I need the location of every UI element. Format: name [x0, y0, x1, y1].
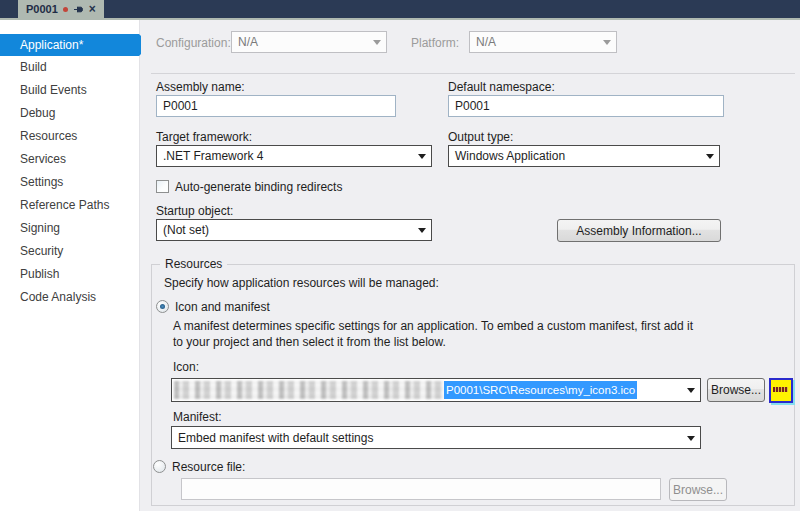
target-framework-value: .NET Framework 4 [163, 149, 263, 163]
modified-dot-icon [63, 7, 68, 12]
default-namespace-value: P0001 [455, 99, 490, 113]
sidebar-item-label: Publish [20, 267, 59, 281]
assembly-information-button-label: Assembly Information... [576, 224, 701, 238]
resource-file-radio[interactable] [153, 460, 166, 473]
pin-icon[interactable] [73, 4, 84, 15]
sidebar-item-label: Resources [20, 129, 77, 143]
sidebar-item-settings[interactable]: Settings [0, 171, 139, 194]
configuration-label: Configuration: [156, 36, 231, 50]
sidebar-item-security[interactable]: Security [0, 240, 139, 263]
resources-group-title: Resources [160, 257, 227, 271]
sidebar-item-build[interactable]: Build [0, 56, 139, 79]
startup-object-value: (Not set) [163, 223, 209, 237]
application-icon-preview [769, 378, 793, 403]
configuration-value: N/A [238, 35, 258, 49]
sidebar-item-label: Settings [20, 175, 63, 189]
sidebar-item-label: Services [20, 152, 66, 166]
resource-file-browse-label: Browse... [673, 483, 723, 497]
sidebar-item-label: Debug [20, 106, 55, 120]
sidebar-item-label: Security [20, 244, 63, 258]
assembly-name-value: P0001 [163, 99, 198, 113]
icon-path-selected-text: P0001\SRC\Resources\my_icon3.ico [444, 381, 637, 399]
application-settings-panel: Configuration: N/A Platform: N/A Assembl… [141, 20, 800, 511]
assembly-name-label: Assembly name: [156, 80, 245, 94]
resource-file-browse-button: Browse... [669, 478, 727, 501]
tab-title: P0001 [26, 3, 58, 15]
sidebar-item-application[interactable]: Application* [0, 34, 139, 56]
chevron-down-icon [418, 154, 426, 159]
target-framework-select[interactable]: .NET Framework 4 [156, 145, 432, 167]
manifest-select[interactable]: Embed manifest with default settings [171, 426, 701, 449]
sidebar-item-label: Reference Paths [20, 198, 109, 212]
document-tab-strip: P0001 × [0, 0, 800, 18]
manifest-value: Embed manifest with default settings [178, 431, 373, 445]
autogen-binding-redirects-label: Auto-generate binding redirects [175, 180, 342, 194]
platform-label: Platform: [411, 36, 459, 50]
icon-and-manifest-radio[interactable] [156, 300, 169, 313]
icon-browse-button-label: Browse... [711, 383, 761, 397]
icon-browse-button[interactable]: Browse... [707, 378, 765, 402]
manifest-description: A manifest determines specific settings … [173, 318, 695, 350]
close-icon[interactable]: × [89, 4, 96, 14]
icon-path-combobox[interactable]: P0001\SRC\Resources\my_icon3.ico [171, 378, 701, 402]
chevron-down-icon [687, 388, 695, 393]
redacted-path-segment [174, 381, 444, 399]
sidebar-item-services[interactable]: Services [0, 148, 139, 171]
chevron-down-icon [373, 40, 381, 45]
icon-preview-detail [773, 387, 788, 392]
manifest-label: Manifest: [173, 410, 222, 424]
startup-object-select[interactable]: (Not set) [156, 219, 432, 241]
chevron-down-icon [706, 154, 714, 159]
icon-and-manifest-label: Icon and manifest [175, 300, 270, 314]
sidebar-item-publish[interactable]: Publish [0, 263, 139, 286]
section-divider [151, 73, 795, 74]
sidebar-item-label: Build Events [20, 83, 87, 97]
target-framework-label: Target framework: [156, 130, 252, 144]
startup-object-label: Startup object: [156, 204, 233, 218]
platform-select: N/A [469, 31, 617, 53]
default-namespace-input[interactable]: P0001 [448, 95, 724, 117]
sidebar-item-resources[interactable]: Resources [0, 125, 139, 148]
sidebar-item-label: Build [20, 60, 47, 74]
sidebar-item-debug[interactable]: Debug [0, 102, 139, 125]
output-type-label: Output type: [448, 130, 513, 144]
platform-value: N/A [476, 35, 496, 49]
sidebar-item-code-analysis[interactable]: Code Analysis [0, 286, 139, 309]
default-namespace-label: Default namespace: [448, 80, 555, 94]
sidebar-item-reference-paths[interactable]: Reference Paths [0, 194, 139, 217]
sidebar-item-signing[interactable]: Signing [0, 217, 139, 240]
autogen-binding-redirects-checkbox[interactable] [156, 180, 169, 193]
sidebar-item-label: Code Analysis [20, 290, 96, 304]
chevron-down-icon [687, 436, 695, 441]
chevron-down-icon [603, 40, 611, 45]
chevron-down-icon [418, 228, 426, 233]
sidebar-item-label: Signing [20, 221, 60, 235]
resources-intro-label: Specify how application resources will b… [164, 276, 439, 290]
project-designer-sidebar: Application* Build Build Events Debug Re… [0, 20, 140, 511]
sidebar-item-build-events[interactable]: Build Events [0, 79, 139, 102]
sidebar-item-label: Application* [20, 38, 83, 52]
configuration-select: N/A [231, 31, 387, 53]
assembly-information-button[interactable]: Assembly Information... [557, 219, 721, 242]
icon-label: Icon: [173, 360, 199, 374]
resource-file-label: Resource file: [172, 460, 245, 474]
resource-file-input [181, 478, 661, 500]
output-type-value: Windows Application [455, 149, 565, 163]
document-tab-p0001[interactable]: P0001 × [18, 0, 104, 18]
output-type-select[interactable]: Windows Application [448, 145, 720, 167]
assembly-name-input[interactable]: P0001 [156, 95, 396, 117]
